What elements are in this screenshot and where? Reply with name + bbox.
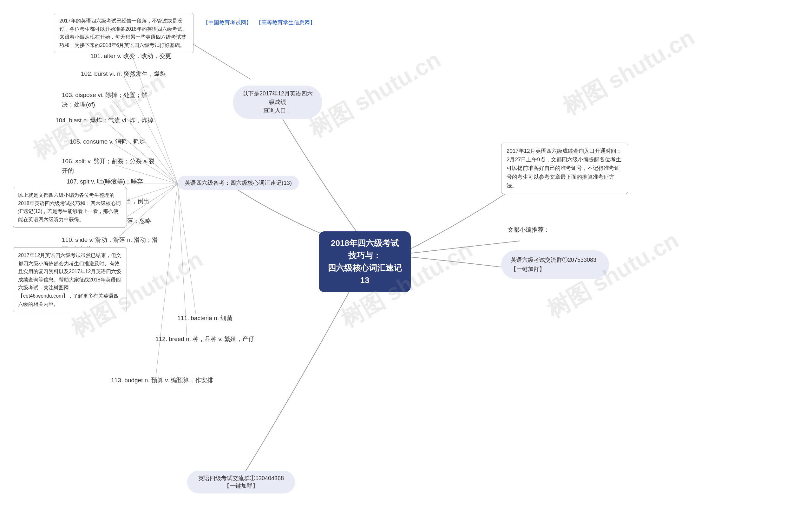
svg-line-10	[178, 184, 197, 320]
top-intro-box: 2017年的英语四六级考试已经告一段落，不管过或是没过，各位考生都可以开始准备2…	[54, 13, 193, 53]
vocab-item-106: 106. split v. 劈开；割裂；分裂 a.裂开的	[62, 157, 160, 176]
top-links: 【中国教育考试网】 【高等教育学生信息网】	[203, 19, 315, 26]
vocab-item-113: 113. budget n. 预算 v. 编预算，作安排	[111, 376, 238, 385]
vocab-item-112: 112. breed n. 种，品种 v. 繁殖，产仔	[155, 334, 270, 344]
vocab-item-104: 104. blast n. 爆炸；气流 vi. 炸，炸掉	[56, 116, 154, 125]
vocab-item-105: 105. consume v. 消耗，耗尽	[70, 137, 145, 146]
vocab-item-102: 102. burst vi. n. 突然发生，爆裂	[81, 69, 166, 78]
right-score-box: 2017年12月英语四六级成绩查询入口开通时间：2月27日上午9点，文都四六级小…	[501, 143, 628, 194]
vocab-item-111: 111. bacteria n. 细菌	[177, 313, 232, 323]
left-info-box: 2017年12月英语四六级考试虽然已结束，但文都四六级小编依然会为考生们推送及时…	[13, 247, 127, 312]
vocab-item-107: 107. spit v. 吐(唾液等)；唾弃	[67, 177, 162, 186]
vocab-item-101: 101. alter v. 改变，改动，变更	[90, 52, 171, 61]
svg-line-12	[155, 184, 178, 380]
center-node: 2018年四六级考试技巧与：四六级核心词汇速记13	[319, 231, 411, 292]
watermark-5: 树图 shutu.cn	[557, 22, 700, 122]
vocab-label-node: 英语四六级备考：四六级核心词汇速记(13)	[178, 176, 299, 190]
left-summary-box: 以上就是文都四六级小编为各位考生整理的2018年英语四六级考试技巧和：四六级核心…	[13, 187, 127, 228]
query-node: 以下是2017年12月英语四六级成绩查询入口：	[233, 86, 322, 119]
watermark-3: 树图 shutu.cn	[304, 44, 446, 144]
right-recommend-label: 文都小编推荐：	[507, 225, 550, 235]
vocab-item-103: 103. dispose vi. 除掉；处置；解决；处理(of)	[62, 90, 151, 110]
bottom-group-node: 英语四级考试交流群①530404368【一键加群】	[187, 471, 295, 494]
right-group-box: 英语六级考试交流群①207533083【一键加群】	[501, 250, 609, 279]
